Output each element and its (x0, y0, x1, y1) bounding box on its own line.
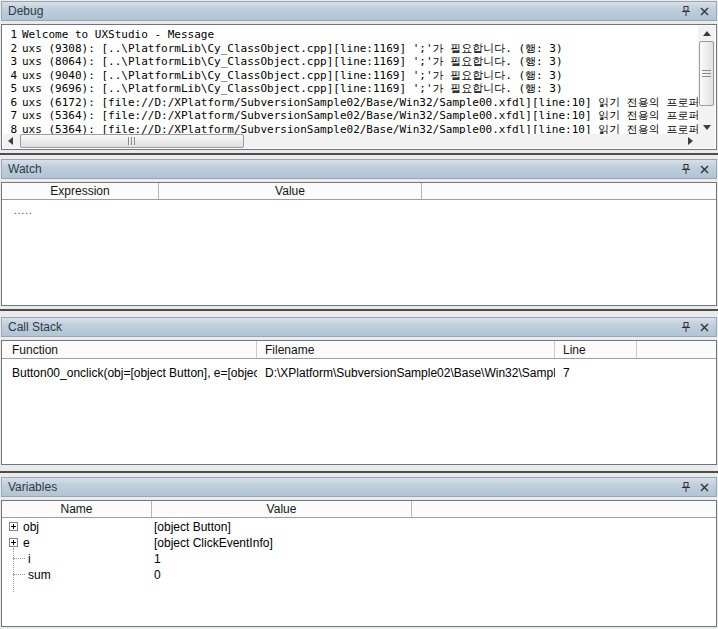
variables-tree: obj [object Button] e [object ClickEvent… (2, 519, 716, 583)
column-header-filename[interactable]: Filename (257, 341, 555, 358)
line-number: 5 (6, 82, 17, 96)
variables-header-row: Name Value (2, 501, 716, 518)
debug-line[interactable]: 6uxs (6172): [file://D:/XPlatform/Subver… (6, 96, 698, 110)
horizontal-scrollbar-thumb[interactable] (20, 134, 244, 148)
column-header-value[interactable]: Value (159, 183, 422, 199)
variables-panel-titlebar[interactable]: Variables (1, 477, 717, 497)
triangle-left-icon (8, 137, 13, 145)
line-number: 3 (6, 55, 17, 69)
column-header-function[interactable]: Function (2, 341, 257, 358)
watch-panel-titlebar[interactable]: Watch (1, 159, 717, 179)
variable-row[interactable]: e [object ClickEventInfo] (2, 535, 716, 551)
expand-plus-icon[interactable] (9, 538, 18, 547)
variables-panel-body: Name Value obj [object Button] e [object… (1, 500, 717, 627)
tree-guide-line (13, 548, 14, 592)
close-icon[interactable] (697, 162, 711, 176)
line-number: 2 (6, 42, 17, 56)
vertical-scrollbar[interactable] (698, 26, 715, 134)
scroll-right-arrow[interactable] (683, 134, 698, 148)
pin-icon[interactable] (679, 4, 693, 18)
variable-value: 0 (154, 568, 161, 582)
variable-row[interactable]: obj [object Button] (2, 519, 716, 535)
line-number: 4 (6, 69, 17, 83)
line-text: uxs (9696): [..\PlatformLib\Cy_ClassObje… (22, 82, 563, 96)
variable-value: [object Button] (154, 520, 231, 534)
scrollbar-corner (698, 134, 715, 148)
column-header-empty (422, 183, 716, 199)
debug-panel-titlebar[interactable]: Debug (1, 1, 717, 21)
line-number: 6 (6, 96, 17, 110)
tree-branch-line (13, 558, 25, 559)
scroll-down-arrow[interactable] (698, 120, 715, 134)
line-number: 1 (6, 28, 17, 42)
scroll-up-arrow[interactable] (698, 26, 715, 40)
callstack-panel-title: Call Stack (8, 320, 675, 334)
column-header-value[interactable]: Value (152, 501, 412, 517)
tree-branch-line (13, 574, 25, 575)
line-text: Welcome to UXStudio - Message (22, 28, 214, 42)
pin-icon[interactable] (679, 320, 693, 334)
debug-line[interactable]: 8uxs (5364): [file://D:/XPlatform/Subver… (6, 123, 698, 135)
callstack-line: 7 (555, 366, 637, 380)
pin-icon[interactable] (679, 162, 693, 176)
line-text: uxs (9308): [..\PlatformLib\Cy_ClassObje… (22, 42, 563, 56)
triangle-down-icon (703, 125, 711, 130)
callstack-panel-body: Function Filename Line Button00_onclick(… (1, 340, 717, 465)
variable-value: 1 (154, 552, 161, 566)
callstack-row[interactable]: Button00_onclick(obj=[object Button], e=… (2, 365, 716, 381)
callstack-panel-titlebar[interactable]: Call Stack (1, 317, 717, 337)
debug-panel-title: Debug (8, 4, 675, 18)
callstack-header-row: Function Filename Line (2, 341, 716, 359)
line-text: uxs (8064): [..\PlatformLib\Cy_ClassObje… (22, 55, 563, 69)
debug-console[interactable]: 1Welcome to UXStudio - Message 2uxs (930… (3, 26, 698, 134)
debug-line[interactable]: 1Welcome to UXStudio - Message (6, 28, 698, 42)
panel-splitter[interactable] (0, 153, 718, 155)
close-icon[interactable] (697, 320, 711, 334)
debug-line[interactable]: 3uxs (8064): [..\PlatformLib\Cy_ClassObj… (6, 55, 698, 69)
panel-splitter[interactable] (0, 309, 718, 311)
variable-value: [object ClickEventInfo] (154, 536, 273, 550)
close-icon[interactable] (697, 480, 711, 494)
horizontal-scrollbar[interactable] (3, 134, 698, 148)
variable-name: sum (28, 568, 51, 582)
variable-row[interactable]: i 1 (2, 551, 716, 567)
column-header-empty (637, 341, 716, 358)
close-icon[interactable] (697, 4, 711, 18)
line-text: uxs (5364): [file://D:/XPlatform/Subvers… (22, 123, 698, 135)
line-text: uxs (6172): [file://D:/XPlatform/Subvers… (22, 96, 698, 110)
watch-panel-body: Expression Value ..... (1, 182, 717, 306)
line-number: 8 (6, 123, 17, 135)
callstack-filename: D:\XPlatform\SubversionSample02\Base\Win… (257, 366, 555, 380)
debug-panel-body: 1Welcome to UXStudio - Message 2uxs (930… (1, 24, 717, 150)
expand-plus-icon[interactable] (9, 522, 18, 531)
debug-line[interactable]: 5uxs (9696): [..\PlatformLib\Cy_ClassObj… (6, 82, 698, 96)
column-header-expression[interactable]: Expression (2, 183, 159, 199)
variable-row[interactable]: sum 0 (2, 567, 716, 583)
pin-icon[interactable] (679, 480, 693, 494)
triangle-right-icon (688, 137, 693, 145)
debug-line[interactable]: 4uxs (9040): [..\PlatformLib\Cy_ClassObj… (6, 69, 698, 83)
debug-line[interactable]: 7uxs (5364): [file://D:/XPlatform/Subver… (6, 109, 698, 123)
line-text: uxs (5364): [file://D:/XPlatform/Subvers… (22, 109, 698, 123)
callstack-function: Button00_onclick(obj=[object Button], e=… (2, 366, 257, 380)
variable-name: obj (23, 520, 39, 534)
column-header-line[interactable]: Line (555, 341, 637, 358)
column-header-name[interactable]: Name (2, 501, 152, 517)
watch-panel-title: Watch (8, 162, 675, 176)
debug-line[interactable]: 2uxs (9308): [..\PlatformLib\Cy_ClassObj… (6, 42, 698, 56)
variables-panel-title: Variables (8, 480, 675, 494)
scroll-left-arrow[interactable] (3, 134, 18, 148)
column-header-empty (412, 501, 716, 517)
watch-empty-row[interactable]: ..... (2, 200, 716, 216)
line-text: uxs (9040): [..\PlatformLib\Cy_ClassObje… (22, 69, 563, 83)
panel-splitter[interactable] (0, 471, 718, 473)
triangle-up-icon (703, 31, 711, 36)
vertical-scrollbar-thumb[interactable] (699, 41, 714, 106)
watch-header-row: Expression Value (2, 183, 716, 200)
line-number: 7 (6, 109, 17, 123)
variable-name: i (28, 552, 31, 566)
variable-name: e (23, 536, 30, 550)
